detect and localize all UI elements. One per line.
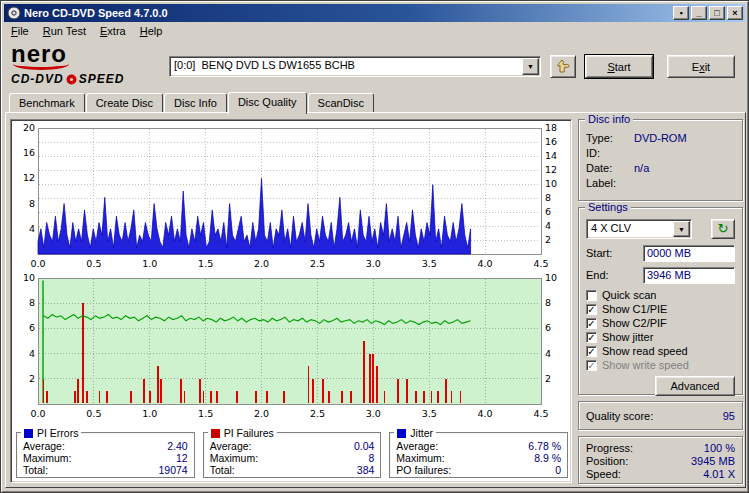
disc-info-row: Label: bbox=[586, 176, 735, 191]
checkbox-box[interactable] bbox=[586, 290, 597, 301]
tab-disc-info[interactable]: Disc Info bbox=[164, 93, 227, 112]
svg-text:2.5: 2.5 bbox=[310, 408, 325, 419]
menu-item-help[interactable]: Help bbox=[133, 23, 170, 39]
stats-jitter: JitterAverage:6.78 %Maximum:8.9 %PO fail… bbox=[389, 432, 568, 478]
minimize-button[interactable]: _ bbox=[691, 6, 707, 20]
titlebar[interactable]: Nero CD-DVD Speed 4.7.0.0 ▪ _ □ × bbox=[4, 4, 745, 22]
window-title: Nero CD-DVD Speed 4.7.0.0 bbox=[24, 7, 671, 19]
disc-info-row: ID: bbox=[586, 146, 735, 161]
svg-text:3.5: 3.5 bbox=[422, 408, 437, 419]
svg-text:8: 8 bbox=[545, 192, 551, 203]
stats-pi-errors: PI ErrorsAverage:2.40Maximum:12Total:190… bbox=[16, 432, 195, 478]
disc-info-row: Type:DVD-ROM bbox=[586, 131, 735, 146]
chevron-down-icon[interactable]: ▼ bbox=[673, 221, 690, 237]
checkbox-box[interactable]: ✓ bbox=[586, 304, 597, 315]
stat-row: Total:384 bbox=[210, 464, 375, 476]
svg-text:2.5: 2.5 bbox=[310, 258, 325, 269]
stats-title: PI Errors bbox=[21, 427, 81, 439]
svg-text:3.0: 3.0 bbox=[366, 258, 381, 269]
svg-text:8: 8 bbox=[29, 297, 35, 308]
drive-select[interactable]: [0:0] BENQ DVD LS DW1655 BCHB ▼ bbox=[169, 56, 541, 77]
svg-text:14: 14 bbox=[545, 150, 557, 161]
nero-logo: nero CD-DVD SPEED bbox=[11, 42, 163, 85]
checkbox-box[interactable]: ✓ bbox=[586, 346, 597, 357]
exit-button[interactable]: Exit bbox=[667, 55, 735, 78]
stat-row: Total:19074 bbox=[23, 464, 188, 476]
svg-text:4: 4 bbox=[545, 220, 551, 231]
scan-start-label: Start: bbox=[586, 247, 612, 259]
stats-title: PI Failures bbox=[208, 427, 277, 439]
scan-start-field[interactable]: 0000 MB bbox=[643, 245, 735, 262]
start-button[interactable]: Start bbox=[585, 55, 653, 78]
quality-score-label: Quality score: bbox=[586, 409, 653, 424]
svg-text:3.5: 3.5 bbox=[422, 258, 437, 269]
svg-text:2: 2 bbox=[545, 234, 551, 245]
checkbox-box[interactable]: ✓ bbox=[586, 332, 597, 343]
legend-color-chip bbox=[24, 429, 33, 438]
svg-text:4.5: 4.5 bbox=[533, 258, 548, 269]
checkbox-box: ✓ bbox=[586, 360, 597, 371]
stat-row: Maximum:12 bbox=[23, 452, 188, 464]
svg-text:20: 20 bbox=[23, 123, 35, 133]
progress-rows: Progress:100 %Position:3945 MBSpeed:4.01… bbox=[586, 442, 735, 481]
close-button[interactable]: × bbox=[727, 6, 743, 20]
tab-scandisc[interactable]: ScanDisc bbox=[308, 93, 374, 112]
svg-text:8: 8 bbox=[545, 297, 551, 308]
svg-text:0.0: 0.0 bbox=[30, 408, 45, 419]
app-window: Nero CD-DVD Speed 4.7.0.0 ▪ _ □ × FileRu… bbox=[0, 0, 749, 493]
checkbox-quick-scan[interactable]: Quick scan bbox=[586, 288, 735, 302]
refresh-button[interactable]: ↻ bbox=[711, 219, 735, 239]
tab-create-disc[interactable]: Create Disc bbox=[86, 93, 163, 112]
logo-product-left: CD-DVD bbox=[11, 73, 64, 85]
disc-info-rows: Type:DVD-ROMID:Date:n/aLabel: bbox=[586, 131, 735, 191]
disc-info-group-title: Disc info bbox=[585, 114, 633, 125]
tab-disc-quality[interactable]: Disc Quality bbox=[228, 92, 307, 114]
hand-button[interactable] bbox=[550, 55, 576, 78]
stat-row: Average:0.04 bbox=[210, 440, 375, 452]
svg-text:2.0: 2.0 bbox=[254, 258, 269, 269]
checkbox-show-jitter[interactable]: ✓Show jitter bbox=[586, 330, 735, 344]
progress-row: Position:3945 MB bbox=[586, 455, 735, 468]
svg-text:3.0: 3.0 bbox=[366, 408, 381, 419]
drive-select-value: [0:0] BENQ DVD LS DW1655 BCHB bbox=[170, 57, 521, 76]
svg-text:0.5: 0.5 bbox=[86, 258, 101, 269]
svg-text:0.5: 0.5 bbox=[86, 408, 101, 419]
checkbox-show-c2-pif[interactable]: ✓Show C2/PIF bbox=[586, 316, 735, 330]
svg-text:2.0: 2.0 bbox=[254, 408, 269, 419]
svg-text:1.0: 1.0 bbox=[142, 408, 157, 419]
advanced-button[interactable]: Advanced bbox=[655, 376, 735, 396]
svg-text:4.0: 4.0 bbox=[478, 408, 493, 419]
menu-item-extra[interactable]: Extra bbox=[93, 23, 133, 39]
svg-text:2: 2 bbox=[29, 373, 35, 384]
settings-group-title: Settings bbox=[585, 202, 631, 213]
quality-score-group: Quality score: 95 bbox=[578, 401, 743, 430]
pi-errors-chart: 48121620246810121416180.00.51.01.52.02.5… bbox=[13, 123, 569, 273]
svg-text:16: 16 bbox=[545, 136, 557, 147]
svg-text:1.5: 1.5 bbox=[198, 258, 213, 269]
speed-select[interactable]: 4 X CLV ▼ bbox=[586, 219, 692, 239]
chevron-down-icon[interactable]: ▼ bbox=[522, 58, 539, 75]
tab-benchmark[interactable]: Benchmark bbox=[9, 93, 85, 112]
scan-end-field[interactable]: 3946 MB bbox=[643, 267, 735, 284]
checkbox-show-read-speed[interactable]: ✓Show read speed bbox=[586, 344, 735, 358]
svg-text:10: 10 bbox=[23, 273, 35, 283]
chart-panel: 48121620246810121416180.00.51.01.52.02.5… bbox=[10, 119, 572, 483]
speed-select-value: 4 X CLV bbox=[587, 220, 672, 238]
disc-info-group: Disc info Type:DVD-ROMID:Date:n/aLabel: bbox=[578, 119, 743, 201]
stat-row: PO failures:0 bbox=[396, 464, 561, 476]
pif-jitter-chart: 2468102468100.00.51.01.52.02.53.03.54.04… bbox=[13, 273, 569, 423]
stats-row: PI ErrorsAverage:2.40Maximum:12Total:190… bbox=[16, 432, 568, 478]
svg-text:1.0: 1.0 bbox=[142, 258, 157, 269]
svg-text:16: 16 bbox=[23, 147, 35, 158]
checkbox-show-c1-pie[interactable]: ✓Show C1/PIE bbox=[586, 302, 735, 316]
titlebar-extra-button[interactable]: ▪ bbox=[673, 6, 689, 20]
progress-row: Speed:4.01 X bbox=[586, 468, 735, 481]
stats-title: Jitter bbox=[394, 427, 436, 439]
svg-text:0.0: 0.0 bbox=[30, 258, 45, 269]
checkbox-box[interactable]: ✓ bbox=[586, 318, 597, 329]
menu-item-run-test[interactable]: Run Test bbox=[36, 23, 93, 39]
tab-strip: BenchmarkCreate DiscDisc InfoDisc Qualit… bbox=[9, 91, 375, 113]
maximize-button[interactable]: □ bbox=[709, 6, 725, 20]
menu-item-file[interactable]: File bbox=[4, 23, 36, 39]
stat-row: Average:2.40 bbox=[23, 440, 188, 452]
